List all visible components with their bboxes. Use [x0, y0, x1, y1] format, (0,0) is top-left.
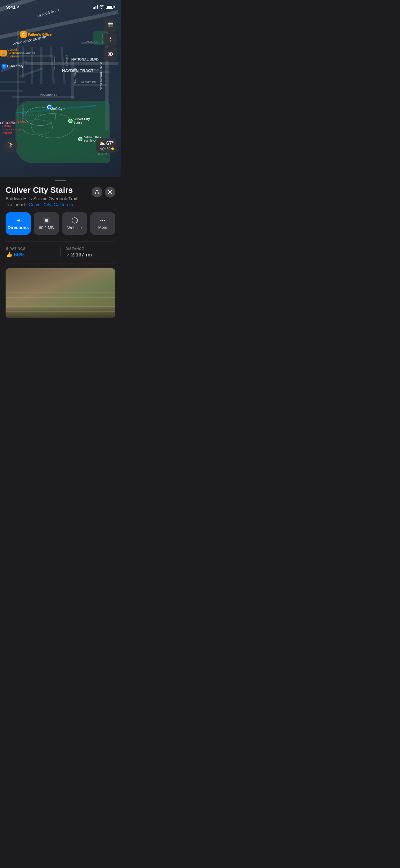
directions-label: Directions: [7, 225, 29, 230]
close-icon: [108, 190, 112, 194]
ratings-value-row: 👍 60%: [6, 252, 56, 258]
svg-marker-1: [110, 37, 111, 39]
goodwill-label: GoodwillSouthernCalifornia: [7, 48, 19, 58]
website-button[interactable]: Website: [62, 212, 87, 235]
trail-3: [22, 120, 53, 135]
poi-culver-stairs: Culver CityStairs: [68, 117, 90, 124]
sheet-handle: [55, 180, 66, 181]
svg-rect-4: [45, 219, 48, 222]
action-buttons-row: Directions 60.2 MB Website: [6, 212, 115, 235]
more-label: More: [98, 225, 108, 230]
compass-nav-icon: [71, 217, 78, 224]
divider-2: [6, 264, 115, 264]
download-icon-container: [43, 217, 50, 224]
thumbs-up-icon: 👍: [6, 252, 12, 258]
street-warner: [73, 84, 107, 86]
culver-city-label: Culver City: [7, 65, 24, 68]
weather-aqi-label: AQI 59: [100, 147, 110, 151]
bottom-sheet: Culver City Stairs Baldwin Hills Scenic …: [0, 177, 121, 324]
photo-overlay: [6, 306, 115, 318]
aqi-dot: [111, 148, 114, 150]
battery-tip: [114, 6, 115, 8]
distance-label: DISTANCE: [66, 247, 115, 251]
poi-fathers-office: 🍺 Father's Office: [20, 31, 52, 38]
place-city: Culver City, California: [29, 202, 73, 207]
sheet-top-buttons: [92, 187, 115, 197]
directions-button[interactable]: Directions: [6, 212, 31, 235]
sheet-header: Culver City Stairs Baldwin Hills Scenic …: [6, 186, 115, 207]
svg-marker-6: [73, 219, 76, 222]
binoculars-icon: 🔭: [7, 142, 14, 149]
street-v5: [22, 46, 24, 78]
more-dots-icon: ···: [100, 217, 105, 224]
status-time-container: 9:41 ➤: [6, 4, 20, 10]
sheet-title-area: Culver City Stairs Baldwin Hills Scenic …: [6, 186, 77, 207]
distance-icon: ↗: [66, 252, 70, 258]
download-icon: [44, 218, 49, 223]
signal-indicator: [93, 5, 98, 9]
signal-bar-3: [96, 6, 96, 9]
close-button[interactable]: [105, 187, 115, 197]
poi-access-hospital: ACCESS SpecialtyAnimalHospitals - LosAng…: [2, 120, 26, 135]
street-v4: [31, 46, 33, 84]
compass-icon: [107, 36, 113, 42]
category-dot: ·: [26, 202, 27, 207]
stairs-icon: [68, 119, 72, 123]
stairs-label: Culver CityStairs: [73, 117, 90, 124]
compass-button[interactable]: [104, 33, 117, 46]
photo-area[interactable]: [6, 268, 115, 318]
goodwill-icon: 🏬: [0, 50, 7, 57]
weather-icon: ⛅: [99, 141, 105, 146]
ratings-stat: 5 RATINGS 👍 60%: [6, 247, 56, 258]
website-label: Website: [67, 225, 82, 230]
directions-icon: [15, 217, 22, 224]
share-icon: [95, 190, 100, 195]
fathers-office-icon: 🍺: [20, 31, 27, 38]
signal-bar-2: [94, 7, 95, 9]
svg-marker-2: [110, 39, 111, 42]
battery-indicator: [106, 5, 115, 9]
layers-icon: [107, 22, 114, 28]
place-subtitle: Baldwin Hills Scenic Overlook Trail: [6, 196, 77, 201]
status-icons: [93, 5, 115, 9]
place-category: Trailhead: [6, 202, 25, 207]
street-h4: [0, 90, 23, 92]
hospital-label: ACCESS SpecialtyAnimalHospitals - LosAng…: [2, 120, 26, 135]
overlook-icon: [78, 137, 82, 141]
map-controls: 3D: [104, 18, 117, 61]
battery-body: [106, 5, 113, 9]
wifi-icon: [99, 5, 104, 9]
street-h3: [0, 81, 25, 83]
street-hayden-ave: [71, 59, 74, 99]
stats-divider: [61, 247, 61, 257]
place-category-row: Trailhead · Culver City, California: [6, 202, 77, 207]
more-button[interactable]: ··· More: [90, 212, 115, 235]
metro-icon: M: [2, 64, 6, 69]
layers-button[interactable]: [104, 18, 117, 32]
poi-culver-city: M Culver City: [2, 64, 24, 69]
map-view[interactable]: VENICE BLVD W WASHINGTON BLVD NATIONAL B…: [0, 0, 121, 177]
share-button[interactable]: [92, 187, 102, 197]
distance-value-row: ↗ 2,137 mi: [66, 252, 115, 258]
distance-stat: DISTANCE ↗ 2,137 mi: [66, 247, 115, 258]
battery-fill: [107, 6, 112, 8]
weather-temp: 67°: [106, 141, 114, 146]
download-button[interactable]: 60.2 MB: [34, 212, 59, 235]
threed-button[interactable]: 3D: [104, 47, 117, 61]
divider-1: [6, 242, 115, 242]
park-area: [15, 101, 110, 163]
stats-row: 5 RATINGS 👍 60% DISTANCE ↗ 2,137 mi: [6, 247, 115, 258]
signal-bar-1: [93, 7, 94, 9]
distance-value: 2,137 mi: [71, 252, 92, 258]
threed-label: 3D: [108, 52, 113, 57]
location-arrow-icon: ➤: [17, 5, 20, 9]
street-steller: [76, 71, 110, 73]
place-title: Culver City Stairs: [6, 186, 77, 195]
download-label: 60.2 MB: [39, 225, 54, 230]
binoculars-button[interactable]: 🔭: [4, 138, 18, 152]
weather-aqi: AQI 59: [100, 147, 114, 151]
current-location-dot: [47, 105, 52, 109]
ratings-label: 5 RATINGS: [6, 247, 56, 251]
weather-temp-row: ⛅ 67°: [99, 141, 114, 146]
svg-point-5: [72, 218, 77, 223]
